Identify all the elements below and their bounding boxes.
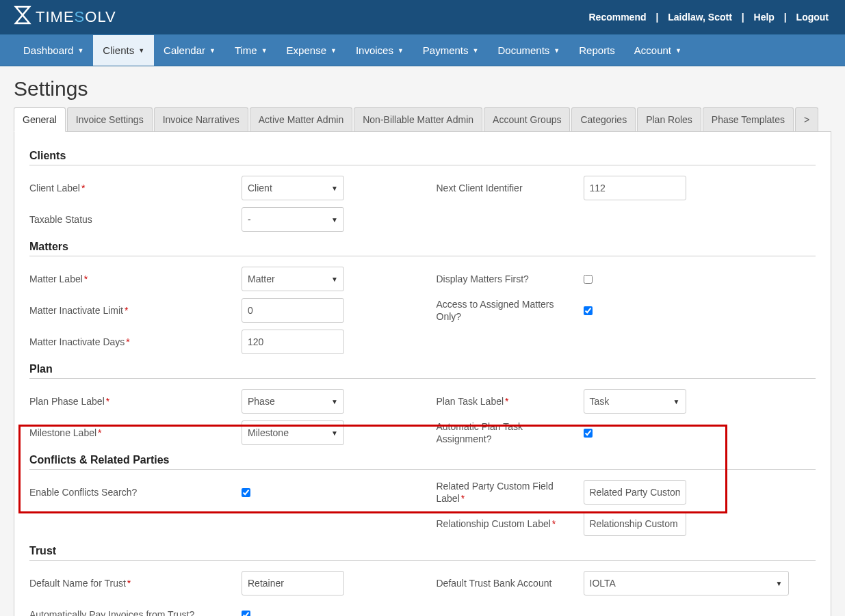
nav-expense[interactable]: Expense▼	[277, 35, 346, 66]
select-client-label[interactable]: Client▼	[242, 176, 344, 200]
label-auto-plan-task: Automatic Plan Task Assignment?	[437, 420, 584, 445]
section-trust: Trust	[29, 545, 816, 561]
caret-down-icon: ▼	[330, 47, 337, 54]
input-matter-inactivate-limit[interactable]	[242, 298, 344, 323]
label-auto-pay-invoices: Automatically Pay Invoices from Trust?	[29, 608, 242, 616]
caret-down-icon: ▼	[209, 47, 216, 54]
caret-down-icon: ▼	[331, 276, 338, 283]
select-milestone-label[interactable]: Milestone▼	[242, 420, 344, 445]
nav-invoices[interactable]: Invoices▼	[346, 35, 413, 66]
select-matter-label[interactable]: Matter▼	[242, 267, 344, 291]
logo[interactable]: TIMESOLV	[14, 5, 116, 29]
caret-down-icon: ▼	[331, 398, 338, 405]
caret-down-icon: ▼	[554, 47, 560, 54]
tab-invoice-narratives[interactable]: Invoice Narratives	[154, 107, 248, 132]
logout-link[interactable]: Logout	[796, 12, 829, 23]
label-milestone-label: Milestone Label*	[29, 427, 242, 439]
label-access-assigned: Access to Assigned Matters Only?	[437, 298, 584, 323]
caret-down-icon: ▼	[331, 216, 338, 224]
caret-down-icon: ▼	[138, 47, 144, 54]
nav-documents[interactable]: Documents▼	[488, 35, 569, 66]
caret-down-icon: ▼	[77, 47, 83, 54]
label-matter-inactivate-days: Matter Inactivate Days*	[29, 336, 242, 348]
section-matters: Matters	[29, 241, 816, 256]
section-conflicts: Conflicts & Related Parties	[29, 454, 816, 470]
checkbox-auto-plan-task[interactable]	[584, 429, 593, 438]
label-matter-inactivate-limit: Matter Inactivate Limit*	[29, 304, 242, 317]
tab-general[interactable]: General	[14, 107, 66, 132]
input-matter-inactivate-days[interactable]	[242, 330, 344, 354]
hourglass-icon	[14, 5, 31, 29]
input-related-party-custom[interactable]	[584, 480, 686, 505]
label-taxable-status: Taxable Status	[29, 213, 242, 226]
tab-phase-templates[interactable]: Phase Templates	[703, 107, 794, 132]
label-default-trust-bank: Default Trust Bank Account	[437, 577, 584, 589]
nav-calendar[interactable]: Calendar▼	[154, 35, 225, 66]
label-default-trust-name: Default Name for Trust*	[29, 577, 242, 589]
checkbox-access-assigned[interactable]	[584, 306, 593, 315]
caret-down-icon: ▼	[776, 580, 783, 587]
user-link[interactable]: Laidlaw, Scott	[668, 12, 732, 23]
top-links: Recommend | Laidlaw, Scott | Help | Logo…	[586, 12, 831, 23]
checkbox-auto-pay-invoices[interactable]	[242, 611, 250, 617]
select-taxable-status[interactable]: -▼	[242, 207, 344, 232]
settings-panel: Clients Client Label* Client▼ Next Clien…	[14, 131, 831, 616]
label-plan-task-label: Plan Task Label*	[437, 395, 584, 407]
tab-more[interactable]: >	[795, 107, 818, 132]
label-enable-conflicts: Enable Conflicts Search?	[29, 486, 242, 498]
nav-clients[interactable]: Clients▼	[93, 35, 154, 66]
tab-non-billable-matter-admin[interactable]: Non-Billable Matter Admin	[354, 107, 482, 132]
caret-down-icon: ▼	[473, 47, 479, 54]
tab-invoice-settings[interactable]: Invoice Settings	[67, 107, 153, 132]
top-bar: TIMESOLV Recommend | Laidlaw, Scott | He…	[0, 0, 845, 34]
main-nav: Dashboard▼ Clients▼ Calendar▼ Time▼ Expe…	[0, 34, 845, 66]
checkbox-enable-conflicts[interactable]	[242, 488, 250, 497]
recommend-link[interactable]: Recommend	[588, 12, 646, 23]
page-title: Settings	[14, 77, 831, 101]
label-next-client-id: Next Client Identifier	[437, 182, 584, 194]
nav-time[interactable]: Time▼	[225, 35, 277, 66]
nav-payments[interactable]: Payments▼	[413, 35, 489, 66]
label-plan-phase-label: Plan Phase Label*	[29, 395, 242, 407]
help-link[interactable]: Help	[754, 12, 775, 23]
tab-plan-roles[interactable]: Plan Roles	[637, 107, 701, 132]
input-next-client-id[interactable]	[584, 176, 686, 200]
tab-categories[interactable]: Categories	[571, 107, 636, 132]
label-relationship-custom: Relationship Custom Label*	[437, 518, 584, 530]
caret-down-icon: ▼	[673, 398, 680, 405]
label-matter-label: Matter Label*	[29, 273, 242, 285]
caret-down-icon: ▼	[261, 47, 268, 54]
logo-text: T	[36, 8, 45, 25]
input-default-trust-name[interactable]	[242, 571, 344, 595]
label-client-label: Client Label*	[29, 182, 242, 194]
caret-down-icon: ▼	[331, 185, 338, 192]
section-plan: Plan	[29, 363, 816, 379]
select-plan-phase-label[interactable]: Phase▼	[242, 389, 344, 414]
settings-tabs: General Invoice Settings Invoice Narrati…	[14, 107, 831, 132]
checkbox-display-matters-first[interactable]	[584, 275, 593, 284]
select-default-trust-bank[interactable]: IOLTA▼	[584, 571, 789, 595]
tab-active-matter-admin[interactable]: Active Matter Admin	[250, 107, 353, 132]
page-body: Settings General Invoice Settings Invoic…	[0, 66, 845, 616]
caret-down-icon: ▼	[331, 429, 338, 437]
label-related-party-custom: Related Party Custom Field Label*	[437, 480, 584, 505]
input-relationship-custom[interactable]	[584, 511, 686, 536]
caret-down-icon: ▼	[675, 47, 681, 54]
tab-account-groups[interactable]: Account Groups	[484, 107, 570, 132]
nav-reports[interactable]: Reports	[569, 35, 625, 66]
label-display-matters-first: Display Matters First?	[437, 273, 584, 285]
caret-down-icon: ▼	[398, 47, 404, 54]
nav-account[interactable]: Account▼	[625, 35, 691, 66]
nav-dashboard[interactable]: Dashboard▼	[14, 35, 93, 66]
select-plan-task-label[interactable]: Task▼	[584, 389, 686, 414]
section-clients: Clients	[29, 150, 816, 165]
